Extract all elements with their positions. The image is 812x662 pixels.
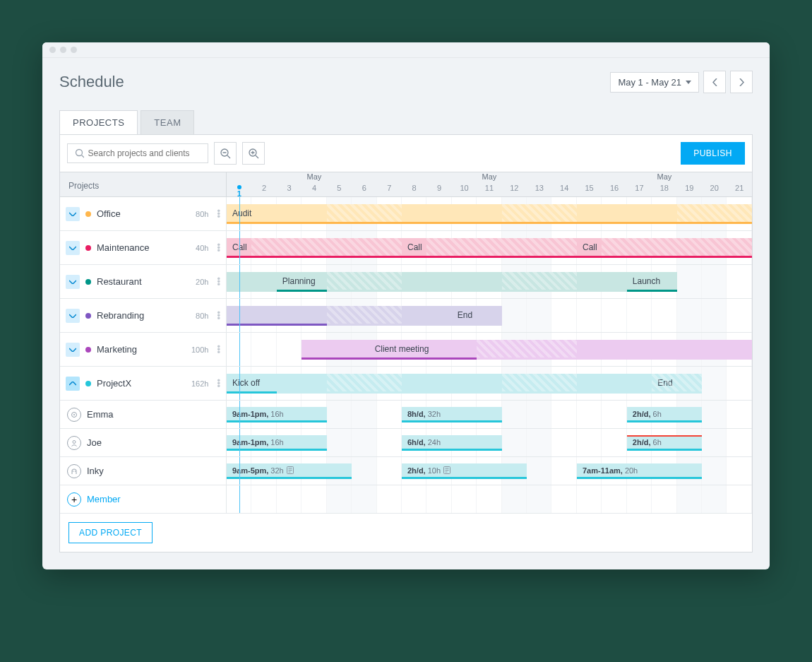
prev-range-button[interactable] xyxy=(703,71,726,93)
project-hours: 40h xyxy=(196,244,208,252)
chevron-right-icon xyxy=(739,78,744,86)
next-range-button[interactable] xyxy=(730,71,753,93)
zoom-in-icon xyxy=(248,148,259,159)
member-avatar xyxy=(67,408,81,422)
schedule-bar[interactable] xyxy=(502,374,577,394)
search-container[interactable] xyxy=(67,143,208,163)
tab-projects[interactable]: PROJECTS xyxy=(59,110,138,134)
expand-toggle[interactable] xyxy=(66,241,80,255)
project-color-dot xyxy=(85,381,91,386)
member-avatar xyxy=(67,436,81,450)
date-range-picker[interactable]: May 1 - May 21 xyxy=(610,72,699,93)
day-header: 15 xyxy=(577,184,602,196)
schedule-bar[interactable] xyxy=(602,238,752,258)
schedule-bar[interactable]: 2h/d,6h xyxy=(627,435,702,451)
expand-toggle[interactable] xyxy=(66,343,80,357)
schedule-bar[interactable] xyxy=(477,340,577,360)
schedule-bar[interactable]: 9am-5pm,32h xyxy=(227,463,352,479)
schedule-bar[interactable] xyxy=(677,204,752,224)
schedule-bar[interactable] xyxy=(251,238,402,258)
traffic-light-max[interactable] xyxy=(71,47,77,53)
schedule-bar[interactable] xyxy=(502,204,577,224)
expand-toggle[interactable] xyxy=(66,309,80,323)
day-header: 17 xyxy=(627,184,652,196)
schedule-bar[interactable] xyxy=(227,272,277,292)
traffic-light-min[interactable] xyxy=(60,47,66,53)
day-header: 11 xyxy=(477,184,501,196)
window-titlebar xyxy=(42,42,770,58)
day-header: 21 xyxy=(727,184,751,196)
day-header: 7 xyxy=(377,184,402,196)
zoom-out-button[interactable] xyxy=(214,142,237,165)
svg-point-10 xyxy=(73,414,75,415)
schedule-bar[interactable] xyxy=(327,374,402,394)
day-header: 18 xyxy=(652,184,676,196)
day-header: 1 xyxy=(227,184,251,196)
add-member-button[interactable]: +Member xyxy=(60,485,227,513)
row-menu-icon[interactable]: ••• xyxy=(217,210,220,218)
traffic-light-close[interactable] xyxy=(49,47,56,53)
row-menu-icon[interactable]: ••• xyxy=(217,345,220,354)
schedule-bar[interactable]: 9am-1pm,16h xyxy=(227,407,327,422)
schedule-bar[interactable] xyxy=(327,204,402,224)
svg-point-0 xyxy=(76,150,83,156)
project-hours: 20h xyxy=(196,278,208,286)
svg-line-1 xyxy=(82,155,84,158)
row-menu-icon[interactable]: ••• xyxy=(217,312,220,320)
member-name: Inky xyxy=(87,466,220,476)
member-avatar xyxy=(67,464,81,478)
schedule-bar[interactable] xyxy=(327,272,402,292)
project-color-dot xyxy=(85,279,91,285)
add-project-button[interactable]: ADD PROJECT xyxy=(68,522,153,543)
plus-icon: + xyxy=(67,492,81,507)
project-color-dot xyxy=(85,313,91,319)
row-menu-icon[interactable]: ••• xyxy=(217,379,220,388)
schedule-bar[interactable] xyxy=(327,306,402,326)
day-header: 8 xyxy=(402,184,426,196)
schedule-bar[interactable]: 2h/d,6h xyxy=(627,407,702,422)
tab-team[interactable]: TEAM xyxy=(141,110,194,134)
project-hours: 100h xyxy=(191,345,208,354)
day-header: 3 xyxy=(277,184,301,196)
project-name: Restaurant xyxy=(97,276,190,287)
date-range-label: May 1 - May 21 xyxy=(618,77,681,88)
schedule-bar[interactable]: End xyxy=(452,306,502,326)
svg-point-13 xyxy=(75,471,76,472)
publish-button[interactable]: PUBLISH xyxy=(681,142,745,165)
expand-toggle[interactable] xyxy=(66,377,80,391)
project-name: Rebranding xyxy=(97,310,190,321)
svg-line-4 xyxy=(227,155,230,158)
page-title: Schedule xyxy=(59,73,124,91)
schedule-bar[interactable] xyxy=(426,238,577,258)
schedule-bar[interactable] xyxy=(502,272,577,292)
chevron-left-icon xyxy=(712,78,717,86)
schedule-bar[interactable]: 6h/d,24h xyxy=(402,435,502,451)
schedule-bar[interactable]: 8h/d,32h xyxy=(402,407,502,422)
schedule-bar[interactable] xyxy=(577,272,627,292)
add-member-label: Member xyxy=(87,494,220,504)
day-header: 10 xyxy=(452,184,477,196)
project-name: Maintenance xyxy=(97,242,190,253)
svg-line-8 xyxy=(256,155,258,158)
schedule-bar[interactable]: End xyxy=(652,374,702,394)
schedule-bar[interactable]: 2h/d,10h xyxy=(402,463,527,479)
zoom-in-button[interactable] xyxy=(242,142,265,165)
row-menu-icon[interactable]: ••• xyxy=(217,244,220,252)
day-header: 14 xyxy=(551,184,576,196)
day-header: 16 xyxy=(602,184,626,196)
day-header: 6 xyxy=(352,184,376,196)
day-header: 13 xyxy=(527,184,551,196)
schedule-bar[interactable]: Client meeting xyxy=(301,340,501,360)
expand-toggle[interactable] xyxy=(66,275,80,289)
schedule-bar[interactable]: Launch xyxy=(627,272,677,292)
schedule-bar[interactable]: 7am-11am,20h xyxy=(577,463,702,479)
search-input[interactable] xyxy=(88,148,201,158)
day-header: 12 xyxy=(502,184,527,196)
day-header: 20 xyxy=(702,184,727,196)
row-menu-icon[interactable]: ••• xyxy=(217,278,220,286)
schedule-bar[interactable]: 9am-1pm,16h xyxy=(227,435,327,451)
expand-toggle[interactable] xyxy=(66,207,80,221)
project-name: ProjectX xyxy=(97,378,186,389)
schedule-bar[interactable] xyxy=(577,340,752,360)
day-header: 4 xyxy=(301,184,326,196)
